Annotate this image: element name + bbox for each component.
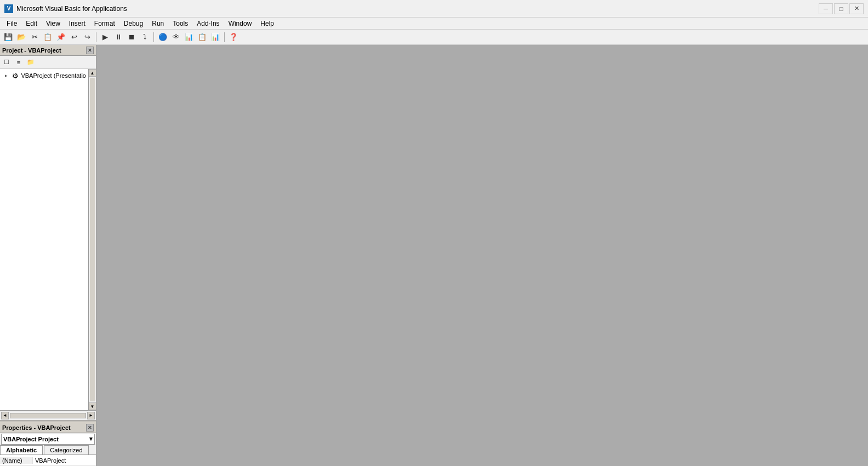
toolbar-btn-stop[interactable]: ⏹ xyxy=(125,31,138,43)
toolbar-btn-help[interactable]: ❓ xyxy=(227,31,239,43)
minimize-button[interactable]: ─ xyxy=(819,3,833,14)
menu-item-tools[interactable]: Tools xyxy=(168,18,192,29)
toolbar-btn-locals[interactable]: 📊 xyxy=(183,31,195,43)
tree-item-label: VBAProject (Presentatio xyxy=(21,72,86,79)
toolbar-separator-12 xyxy=(153,32,154,42)
toolbar-btn-quickwatch[interactable]: 📊 xyxy=(209,31,221,43)
menu-item-debug[interactable]: Debug xyxy=(119,18,147,29)
view-code-btn[interactable]: ≡ xyxy=(13,57,24,67)
vscroll-track[interactable] xyxy=(90,78,95,401)
project-panel-title: Project - VBAProject xyxy=(2,47,61,54)
menu-item-insert[interactable]: Insert xyxy=(65,18,90,29)
toolbar-btn-watch[interactable]: 👁 xyxy=(170,31,182,43)
props-cell-name-value: VBAProject xyxy=(33,457,96,464)
vscroll-down[interactable]: ▼ xyxy=(89,402,96,410)
title-bar-controls: ─ □ ✕ xyxy=(819,3,864,14)
props-dropdown-arrow: ▾ xyxy=(89,435,93,442)
toolbar-btn-open[interactable]: 📂 xyxy=(15,31,27,43)
toolbar: 💾📂✂📋📌↩↪▶⏸⏹⤵🔵👁📊📋📊❓ xyxy=(0,30,868,45)
properties-panel-title: Properties - VBAProject xyxy=(2,424,71,431)
main-editor-area xyxy=(96,45,868,466)
tree-item-vbaproject[interactable]: ▸ ⚙ VBAProject (Presentatio xyxy=(1,70,87,81)
toolbar-btn-step[interactable]: ⤵ xyxy=(139,31,151,43)
toolbar-separator-18 xyxy=(224,32,225,42)
toolbar-btn-cut[interactable]: ✂ xyxy=(28,31,41,43)
props-dropdown-row: VBAProject Project ▾ xyxy=(0,433,96,445)
view-object-btn[interactable]: ☐ xyxy=(1,57,12,67)
props-dropdown-value: VBAProject Project xyxy=(3,436,59,442)
props-dropdown[interactable]: VBAProject Project ▾ xyxy=(1,434,95,445)
project-tree-container: ▸ ⚙ VBAProject (Presentatio ▲ ▼ xyxy=(0,69,96,410)
props-tabs: Alphabetic Categorized xyxy=(0,445,96,455)
main-layout: Project - VBAProject ✕ ☐ ≡ 📁 ▸ ⚙ VBAProj… xyxy=(0,45,868,466)
menu-item-window[interactable]: Window xyxy=(224,18,256,29)
tab-categorized[interactable]: Categorized xyxy=(44,445,88,455)
props-row-name: (Name) VBAProject xyxy=(0,455,96,466)
project-vscrollbar[interactable]: ▲ ▼ xyxy=(88,69,96,410)
project-tree[interactable]: ▸ ⚙ VBAProject (Presentatio xyxy=(0,69,88,410)
maximize-button[interactable]: □ xyxy=(834,3,848,14)
project-hscrollbar[interactable]: ◄ ► xyxy=(0,410,96,420)
toolbar-btn-pause[interactable]: ⏸ xyxy=(112,31,124,43)
tree-toggle-icon: ▸ xyxy=(2,71,10,80)
title-bar: V Microsoft Visual Basic for Application… xyxy=(0,0,868,18)
toolbar-btn-callstack[interactable]: 📋 xyxy=(196,31,208,43)
close-button[interactable]: ✕ xyxy=(849,3,864,14)
hscroll-track[interactable] xyxy=(10,413,86,418)
properties-panel: Properties - VBAProject ✕ VBAProject Pro… xyxy=(0,422,96,466)
toolbar-btn-paste[interactable]: 📌 xyxy=(55,31,67,43)
toolbar-separator-7 xyxy=(96,32,96,42)
properties-panel-close[interactable]: ✕ xyxy=(86,424,94,432)
project-panel-close[interactable]: ✕ xyxy=(86,47,94,54)
toolbar-btn-redo[interactable]: ↪ xyxy=(81,31,93,43)
toggle-folders-btn[interactable]: 📁 xyxy=(25,57,36,67)
props-cell-name-label: (Name) xyxy=(0,457,33,464)
menu-item-help[interactable]: Help xyxy=(256,18,278,29)
toolbar-btn-breakpoint[interactable]: 🔵 xyxy=(157,31,169,43)
props-table: (Name) VBAProject xyxy=(0,455,96,466)
project-icon: ⚙ xyxy=(12,71,20,80)
project-panel: Project - VBAProject ✕ ☐ ≡ 📁 ▸ ⚙ VBAProj… xyxy=(0,45,96,420)
properties-panel-header: Properties - VBAProject ✕ xyxy=(0,422,96,433)
tab-alphabetic[interactable]: Alphabetic xyxy=(0,445,43,455)
toolbar-btn-copy[interactable]: 📋 xyxy=(42,31,54,43)
menu-item-add-ins[interactable]: Add-Ins xyxy=(192,18,224,29)
toolbar-btn-save[interactable]: 💾 xyxy=(2,31,14,43)
menu-item-edit[interactable]: Edit xyxy=(21,18,42,29)
title-bar-text: Microsoft Visual Basic for Applications xyxy=(16,5,819,13)
properties-content: VBAProject Project ▾ Alphabetic Categori… xyxy=(0,433,96,466)
project-panel-header: Project - VBAProject ✕ xyxy=(0,45,96,56)
left-panel: Project - VBAProject ✕ ☐ ≡ 📁 ▸ ⚙ VBAProj… xyxy=(0,45,96,466)
menu-item-run[interactable]: Run xyxy=(147,18,168,29)
project-toolbar: ☐ ≡ 📁 xyxy=(0,56,96,69)
menu-bar: FileEditViewInsertFormatDebugRunToolsAdd… xyxy=(0,18,868,30)
menu-item-file[interactable]: File xyxy=(2,18,21,29)
menu-item-view[interactable]: View xyxy=(42,18,65,29)
toolbar-btn-undo[interactable]: ↩ xyxy=(68,31,80,43)
toolbar-btn-run[interactable]: ▶ xyxy=(99,31,111,43)
hscroll-right[interactable]: ► xyxy=(87,412,95,419)
menu-item-format[interactable]: Format xyxy=(90,18,119,29)
hscroll-left[interactable]: ◄ xyxy=(1,412,9,419)
app-icon: V xyxy=(4,4,13,13)
vscroll-up[interactable]: ▲ xyxy=(89,69,96,77)
